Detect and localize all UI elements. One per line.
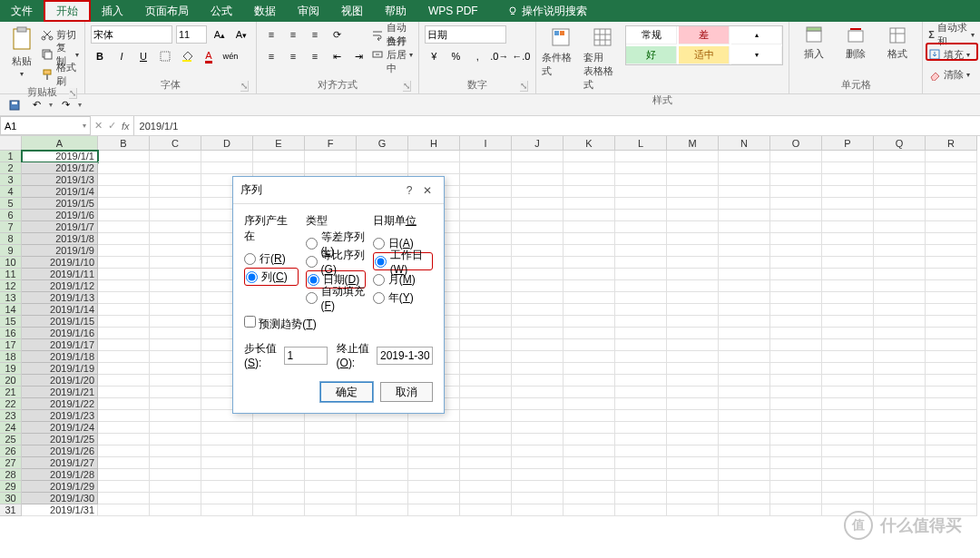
row-header[interactable]: 7 <box>0 221 22 233</box>
cell[interactable] <box>564 457 615 469</box>
cell[interactable] <box>615 233 667 245</box>
cell[interactable] <box>98 493 150 504</box>
formula-bar[interactable]: 2019/1/1 <box>134 116 980 135</box>
col-header[interactable]: O <box>770 136 822 151</box>
cell[interactable] <box>822 493 874 504</box>
col-header[interactable]: R <box>926 136 977 151</box>
cell[interactable] <box>512 198 564 210</box>
cell[interactable] <box>564 186 615 198</box>
cell[interactable] <box>926 292 977 304</box>
cell[interactable] <box>512 151 564 162</box>
format-painter-button[interactable]: 格式刷 <box>41 65 79 83</box>
cell[interactable] <box>926 387 977 398</box>
cell[interactable] <box>564 481 615 493</box>
cell[interactable] <box>770 375 822 387</box>
cell[interactable] <box>667 375 719 387</box>
row-header[interactable]: 3 <box>0 174 22 186</box>
cell[interactable] <box>667 387 719 398</box>
cell[interactable] <box>667 434 719 445</box>
cell[interactable] <box>719 245 770 257</box>
style-scroll-down[interactable]: ▾ <box>731 46 782 64</box>
cell[interactable] <box>460 398 512 410</box>
cell[interactable] <box>512 457 564 469</box>
col-header[interactable]: P <box>822 136 874 151</box>
cell[interactable] <box>150 198 201 210</box>
cell[interactable] <box>874 481 926 493</box>
cell[interactable] <box>564 434 615 445</box>
cell[interactable] <box>615 457 667 469</box>
cell[interactable] <box>150 410 201 422</box>
row-header[interactable]: 16 <box>0 328 22 339</box>
cell[interactable] <box>822 469 874 481</box>
row-header[interactable]: 10 <box>0 257 22 269</box>
cell[interactable]: 2019/1/19 <box>22 363 98 375</box>
cell[interactable] <box>667 410 719 422</box>
col-header[interactable]: J <box>512 136 564 151</box>
cell[interactable] <box>822 210 874 221</box>
radio-year[interactable]: 年(Y) <box>373 289 433 307</box>
cell[interactable] <box>512 504 564 516</box>
cell[interactable] <box>719 174 770 186</box>
cell[interactable] <box>98 339 150 351</box>
border-button[interactable] <box>156 47 174 65</box>
cell[interactable] <box>926 210 977 221</box>
cell[interactable] <box>253 481 305 493</box>
cell[interactable] <box>564 233 615 245</box>
cell[interactable] <box>667 351 719 363</box>
cell[interactable] <box>615 493 667 504</box>
cell[interactable] <box>874 292 926 304</box>
cell[interactable] <box>150 351 201 363</box>
cell[interactable] <box>98 481 150 493</box>
style-neutral[interactable]: 适中 <box>679 46 730 64</box>
col-header[interactable]: F <box>305 136 357 151</box>
cell[interactable] <box>150 269 201 280</box>
cell[interactable] <box>667 457 719 469</box>
cell[interactable]: 2019/1/31 <box>22 504 98 516</box>
cell[interactable] <box>822 375 874 387</box>
cell[interactable] <box>512 481 564 493</box>
row-header[interactable]: 14 <box>0 304 22 316</box>
cell[interactable] <box>564 198 615 210</box>
cell[interactable] <box>615 221 667 233</box>
cell[interactable] <box>408 493 460 504</box>
cell[interactable] <box>770 186 822 198</box>
row-header[interactable]: 12 <box>0 280 22 292</box>
cell[interactable] <box>512 328 564 339</box>
cell[interactable] <box>770 398 822 410</box>
cell[interactable] <box>667 269 719 280</box>
cell[interactable] <box>770 493 822 504</box>
bold-button[interactable]: B <box>91 47 109 65</box>
row-header[interactable]: 28 <box>0 469 22 481</box>
cell[interactable] <box>770 504 822 516</box>
cell[interactable] <box>770 257 822 269</box>
cell[interactable] <box>150 493 201 504</box>
cell[interactable] <box>564 351 615 363</box>
cell[interactable] <box>822 198 874 210</box>
cell[interactable] <box>667 174 719 186</box>
cell[interactable] <box>512 375 564 387</box>
cell[interactable] <box>408 445 460 457</box>
cell[interactable] <box>719 493 770 504</box>
cell[interactable] <box>305 493 357 504</box>
cell[interactable] <box>926 445 977 457</box>
cell[interactable] <box>874 434 926 445</box>
cell[interactable] <box>460 198 512 210</box>
cell[interactable] <box>822 186 874 198</box>
cell[interactable]: 2019/1/9 <box>22 245 98 257</box>
cell[interactable] <box>770 304 822 316</box>
cell[interactable] <box>150 280 201 292</box>
cell[interactable] <box>615 257 667 269</box>
row-header[interactable]: 23 <box>0 410 22 422</box>
cell[interactable] <box>667 339 719 351</box>
cell[interactable]: 2019/1/6 <box>22 210 98 221</box>
cell[interactable] <box>460 210 512 221</box>
percent-icon[interactable]: % <box>446 47 465 65</box>
col-header[interactable]: M <box>667 136 719 151</box>
cell[interactable] <box>460 469 512 481</box>
style-normal[interactable]: 常规 <box>626 26 677 44</box>
cell[interactable] <box>615 174 667 186</box>
format-table-button[interactable]: 套用 表格格式 <box>583 25 622 92</box>
cell[interactable] <box>512 174 564 186</box>
cell[interactable] <box>564 493 615 504</box>
radio-autofill[interactable]: 自动填充(F) <box>306 289 366 307</box>
